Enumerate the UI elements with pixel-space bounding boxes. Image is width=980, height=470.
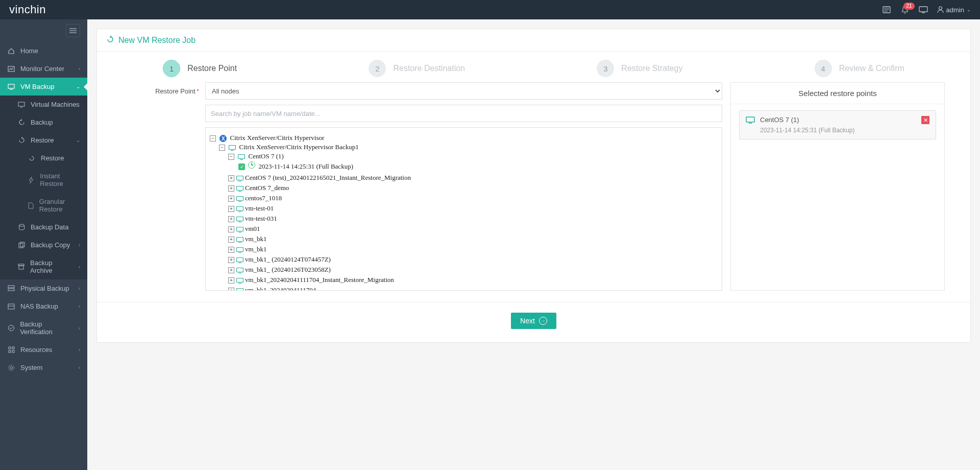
- svg-rect-29: [12, 350, 14, 353]
- restore-point-tree[interactable]: − X Citrix XenServer/Citrix Hypervisor −…: [205, 127, 722, 291]
- expand-icon[interactable]: +: [228, 216, 234, 222]
- step-label: Restore Strategy: [621, 64, 682, 73]
- svg-rect-4: [919, 7, 927, 12]
- sidebar-item-resources[interactable]: Resources ‹: [0, 341, 87, 359]
- search-input[interactable]: [205, 105, 722, 122]
- tree-node-vm[interactable]: +CentOS 7 (test)_20240122165021_Instant_…: [228, 173, 719, 183]
- user-icon: [937, 6, 944, 13]
- tree-node-vm[interactable]: +vm_bk1: [228, 244, 719, 254]
- sidebar: Home Monitor Center ‹ VM Backup ⌄ Virtua…: [0, 19, 87, 470]
- sidebar-item-virtualmachines[interactable]: Virtual Machines: [0, 96, 87, 113]
- sidebar-item-monitor[interactable]: Monitor Center ‹: [0, 60, 87, 78]
- wizard-steps: 1 Restore Point 2 Restore Destination 3 …: [97, 52, 970, 79]
- tree-node-restorepoint[interactable]: ✓ 2023-11-14 14:25:31 (Full Backup): [237, 160, 719, 172]
- collapse-icon[interactable]: −: [210, 135, 216, 142]
- expand-icon[interactable]: +: [228, 185, 234, 192]
- topbar-right: 21 admin ⌄: [882, 6, 971, 14]
- restore-icon: [106, 35, 114, 45]
- sidebar-item-backupdata[interactable]: Backup Data: [0, 218, 87, 236]
- refresh-icon: [17, 119, 26, 126]
- tree-label: vm-test-031: [245, 215, 277, 222]
- log-icon[interactable]: [882, 6, 891, 13]
- tree-node-vm-open[interactable]: − CentOS 7 (1) ✓: [228, 151, 719, 173]
- checked-icon[interactable]: ✓: [238, 163, 245, 170]
- step-4[interactable]: 4 Review & Confirm: [815, 60, 904, 77]
- tree-node-platform[interactable]: − X Citrix XenServer/Citrix Hypervisor −…: [210, 133, 719, 291]
- sidebar-item-restore-sub[interactable]: Restore: [0, 149, 87, 167]
- expand-icon[interactable]: +: [228, 206, 234, 212]
- sidebar-item-backup[interactable]: Backup: [0, 113, 87, 131]
- step-number: 2: [369, 60, 386, 77]
- svg-rect-46: [237, 227, 243, 231]
- tree-node-vm[interactable]: +vm01: [228, 224, 719, 234]
- hamburger-icon[interactable]: [66, 24, 80, 37]
- sidebar-item-home[interactable]: Home: [0, 42, 87, 60]
- collapse-icon[interactable]: −: [228, 154, 234, 160]
- expand-icon[interactable]: +: [228, 257, 234, 263]
- tree-node-vm[interactable]: +vm_bk1: [228, 234, 719, 244]
- notification-badge: 21: [903, 3, 914, 10]
- sidebar-item-physicalbackup[interactable]: Physical Backup ‹: [0, 279, 87, 297]
- expand-icon[interactable]: +: [228, 267, 234, 273]
- node-select[interactable]: All nodes: [205, 82, 722, 100]
- page-title: New VM Restore Job: [118, 36, 195, 45]
- tree-node-vm[interactable]: +vm-test-031: [228, 214, 719, 224]
- sidebar-item-restore[interactable]: Restore ⌄: [0, 131, 87, 149]
- step-label: Review & Confirm: [839, 64, 904, 73]
- sidebar-item-system[interactable]: System ‹: [0, 359, 87, 377]
- tree-label: Citrix XenServer/Citrix Hypervisor Backu…: [239, 143, 359, 151]
- sidebar-item-backupcopy[interactable]: Backup Copy ‹: [0, 236, 87, 254]
- selected-info: CentOS 7 (1) 2023-11-14 14:25:31 (Full B…: [760, 116, 916, 134]
- selected-item: CentOS 7 (1) 2023-11-14 14:25:31 (Full B…: [739, 110, 936, 139]
- sidebar-item-backuparchive[interactable]: Backup Archive ‹: [0, 254, 87, 279]
- remove-button[interactable]: ✕: [921, 116, 929, 124]
- svg-rect-18: [20, 242, 24, 247]
- sidebar-item-backupverification[interactable]: Backup Verification ‹: [0, 315, 87, 341]
- clock-icon: [248, 161, 255, 169]
- tree-node-vm[interactable]: +centos7_1018: [228, 193, 719, 203]
- tree-node-vm[interactable]: +vm_bk1_202402041111704_Instant_Restore_…: [228, 275, 719, 285]
- sidebar-item-label: System: [20, 364, 42, 371]
- step-1[interactable]: 1 Restore Point: [163, 60, 237, 77]
- step-2[interactable]: 2 Restore Destination: [369, 60, 465, 77]
- collapse-icon[interactable]: −: [219, 145, 225, 151]
- expand-icon[interactable]: +: [228, 247, 234, 253]
- svg-rect-20: [19, 266, 23, 269]
- tree-node-vm[interactable]: +CentOS 7_demo: [228, 183, 719, 193]
- expand-icon[interactable]: +: [228, 175, 234, 181]
- svg-rect-36: [237, 176, 243, 180]
- step-3[interactable]: 3 Restore Strategy: [597, 60, 682, 77]
- sidebar-item-nasbackup[interactable]: NAS Backup ‹: [0, 297, 87, 315]
- bell-icon[interactable]: 21: [900, 6, 910, 13]
- vm-icon: [236, 176, 243, 181]
- sidebar-item-label: Backup Copy: [31, 241, 70, 249]
- form-body: Restore Point* All nodes −: [97, 79, 970, 302]
- tree-node-job[interactable]: − Citrix XenServer/Citrix Hypervisor Bac…: [219, 142, 719, 291]
- expand-icon[interactable]: +: [228, 288, 234, 291]
- sidebar-item-granularrestore[interactable]: Granular Restore: [0, 193, 87, 218]
- vm-icon: [236, 268, 243, 273]
- sidebar-item-label: Restore: [31, 136, 54, 144]
- svg-rect-34: [238, 154, 245, 158]
- tree-node-vm[interactable]: +vm_bk1_ (20240126T023058Z): [228, 265, 719, 275]
- logo-vin: vin: [9, 3, 24, 16]
- tree-node-vm[interactable]: +vm-test-01: [228, 203, 719, 214]
- expand-icon[interactable]: +: [228, 196, 234, 202]
- display-icon[interactable]: [919, 6, 928, 13]
- chevron-left-icon: ‹: [79, 365, 80, 370]
- vm-icon: [236, 288, 243, 291]
- chevron-down-icon: ⌄: [967, 7, 971, 12]
- sidebar-item-instantrestore[interactable]: Instant Restore: [0, 167, 87, 193]
- tree-node-vm[interactable]: +vm_bk1_ (20240124T074457Z): [228, 254, 719, 265]
- user-menu[interactable]: admin ⌄: [937, 6, 971, 14]
- next-button[interactable]: Next →: [511, 313, 556, 329]
- sidebar-item-vmbackup[interactable]: VM Backup ⌄: [0, 78, 87, 96]
- vm-icon: [236, 196, 243, 202]
- expand-icon[interactable]: +: [228, 237, 234, 243]
- nas-icon: [7, 303, 15, 310]
- tree-node-vm[interactable]: +vm_bk1_20240204111704: [228, 285, 719, 291]
- expand-icon[interactable]: +: [228, 226, 234, 232]
- expand-icon[interactable]: +: [228, 277, 234, 284]
- sidebar-item-label: Home: [20, 47, 38, 55]
- restore-icon: [28, 155, 36, 161]
